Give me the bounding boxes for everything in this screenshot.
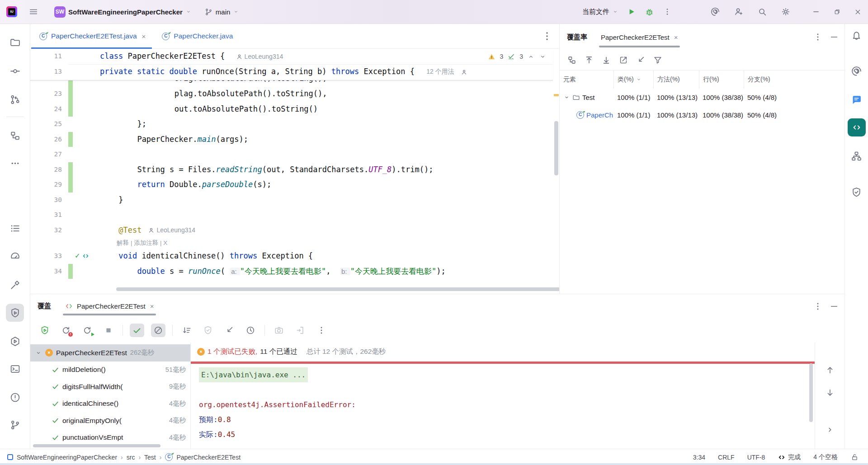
editor-tab-0[interactable]: CPaperCheckerE2ETest.java× [30, 24, 153, 48]
test-tree-row[interactable]: punctuationVsEmpt4毫秒 [30, 429, 190, 446]
rerun-coverage-button[interactable] [38, 324, 52, 337]
more-run-options-button[interactable] [659, 4, 675, 20]
project-tool-button[interactable] [6, 33, 24, 51]
filter-button[interactable] [653, 55, 663, 65]
close-icon[interactable]: × [674, 33, 678, 41]
test-tree-row[interactable]: ×PaperCheckerE2ETest262毫秒 [30, 344, 190, 362]
coverage-options-button[interactable] [201, 324, 215, 337]
coverage-panel-tab[interactable]: PaperCheckerE2ETest × [599, 24, 680, 50]
options-kebab-icon[interactable] [813, 32, 823, 42]
indent-setting[interactable]: 4 个空格 [813, 453, 838, 461]
test-tree-row[interactable]: mildDeletion()51毫秒 [30, 362, 190, 379]
structure-tool-button[interactable] [6, 127, 24, 145]
previous-occurrence-icon[interactable] [825, 365, 835, 375]
author-inlay[interactable]: LeoLeung314 [148, 226, 195, 234]
terminal-tool-button[interactable] [6, 360, 24, 378]
window-restore-button[interactable] [826, 3, 847, 21]
more-tool-windows-button[interactable] [6, 154, 24, 172]
code-line[interactable]: 23plag.toAbsolutePath().toString(), [30, 86, 553, 102]
options-kebab-icon[interactable] [813, 301, 823, 311]
close-icon[interactable]: × [150, 302, 154, 310]
project-widget[interactable]: SW SoftWareEngineeringPaperChecker [52, 4, 194, 20]
ai-inlay-hint[interactable]: 解释 | 添加注释 | X [30, 238, 553, 249]
test-history-button[interactable] [243, 324, 258, 337]
stop-button[interactable] [101, 324, 116, 337]
code-line[interactable]: 11class PaperCheckerE2ETest { LeoLeung31… [30, 49, 553, 64]
breadcrumb-item[interactable]: Test [144, 454, 156, 461]
more-options-button[interactable] [314, 324, 329, 337]
code-line[interactable]: 33✓void identicalChinese() throws Except… [30, 249, 553, 264]
search-everywhere-button[interactable] [754, 4, 770, 20]
code-line[interactable]: 28String s = Files.readString(out, Stand… [30, 162, 553, 178]
file-encoding[interactable]: UTF-8 [747, 454, 765, 461]
lock-icon[interactable] [850, 453, 859, 461]
profiler-tool-button[interactable] [6, 247, 24, 265]
build-tool-button[interactable] [6, 276, 24, 294]
hide-panel-icon[interactable] [829, 32, 839, 42]
rerun-button[interactable] [80, 324, 94, 337]
code-line[interactable]: 24out.toAbsolutePath().toString() [30, 102, 553, 117]
main-menu-button[interactable] [25, 4, 42, 20]
test-console[interactable]: × 1 个测试已失败, 11 个已通过 总计 12 个测试，262毫秒 E:\j… [191, 343, 815, 449]
inspections-widget[interactable]: 33 [484, 49, 547, 64]
run-button[interactable] [623, 4, 639, 20]
breadcrumb[interactable]: SoftWareEngineeringPaperCheckersrcTestCP… [7, 453, 241, 461]
snapshot-button[interactable] [272, 324, 286, 337]
run-tests-tool-button[interactable] [6, 304, 24, 322]
security-tool-button[interactable] [848, 183, 866, 201]
navigate-down-button[interactable] [601, 55, 611, 65]
test-passed-run-icon[interactable]: ✓ [75, 253, 80, 259]
debug-button[interactable] [641, 4, 657, 20]
todo-tool-button[interactable] [6, 219, 24, 237]
code-line[interactable]: 34double s = runOnce( a: "今天晚上我要去看电影", b… [30, 264, 553, 279]
dependencies-tool-button[interactable] [848, 147, 866, 165]
chat-tool-button[interactable] [848, 90, 866, 108]
previous-problem-icon[interactable] [527, 53, 535, 61]
code-line[interactable]: 27 [30, 147, 553, 162]
pull-requests-tool-button[interactable] [6, 90, 24, 108]
test-tree-row[interactable]: digitsFullHalfWidth(9毫秒 [30, 378, 190, 395]
bottom-panel-tab[interactable]: PaperCheckerE2ETest × [63, 294, 156, 318]
commit-tool-button[interactable] [6, 62, 24, 80]
column-header-3[interactable]: 行(%) [699, 70, 744, 89]
editor-tab-options-button[interactable] [541, 30, 553, 42]
column-header-4[interactable]: 分支(%) [744, 70, 844, 89]
code-line[interactable]: 31 [30, 207, 553, 223]
line-ending[interactable]: CRLF [718, 454, 735, 461]
coverage-details-tool-button[interactable] [848, 118, 866, 136]
expanded-chevron-icon[interactable] [563, 94, 570, 101]
code-line[interactable]: 13private static double runOnce(String a… [30, 64, 553, 80]
editor-horizontal-scrollbar[interactable] [116, 287, 573, 291]
notifications-tool-button[interactable] [848, 26, 866, 44]
code-line[interactable]: 29return Double.parseDouble(s); [30, 177, 553, 193]
git-tool-button[interactable] [6, 416, 24, 434]
ai-assistant-button[interactable] [707, 4, 723, 20]
column-header-2[interactable]: 方法(%) [653, 70, 699, 89]
rerun-failed-button[interactable]: ! [59, 324, 73, 337]
export-results-button[interactable] [293, 324, 307, 337]
breadcrumb-item[interactable]: SoftWareEngineeringPaperChecker [17, 454, 117, 461]
code-line[interactable]: 30} [30, 193, 553, 208]
expand-icon[interactable] [825, 425, 835, 435]
breadcrumb-item[interactable]: src [127, 454, 135, 461]
editor-tab-1[interactable]: CPaperChecker.java [153, 24, 240, 48]
export-report-button[interactable] [618, 55, 628, 65]
caret-position[interactable]: 3:34 [693, 454, 705, 461]
import-report-button[interactable] [636, 55, 646, 65]
sort-by-duration-button[interactable] [179, 324, 194, 337]
editor-vertical-scrollbar[interactable] [553, 49, 559, 294]
import-results-button[interactable] [222, 324, 236, 337]
code-line[interactable]: 32@TestLeoLeung314 [30, 223, 553, 238]
test-tree-row[interactable]: originalEmptyOnly(4毫秒 [30, 412, 190, 429]
column-header-1[interactable]: 类(%) [613, 70, 653, 89]
problems-tool-button[interactable] [6, 388, 24, 406]
console-vertical-scrollbar[interactable] [809, 363, 813, 422]
author-inlay[interactable]: LeoLeung314 [236, 53, 283, 60]
usages-inlay[interactable]: 12 个用法 [426, 68, 454, 76]
window-minimize-button[interactable] [806, 3, 826, 21]
code-with-me-button[interactable] [731, 4, 747, 20]
next-occurrence-icon[interactable] [825, 388, 835, 398]
settings-button[interactable] [778, 4, 794, 20]
services-tool-button[interactable] [6, 332, 24, 350]
code-line[interactable]: 25}; [30, 117, 553, 132]
